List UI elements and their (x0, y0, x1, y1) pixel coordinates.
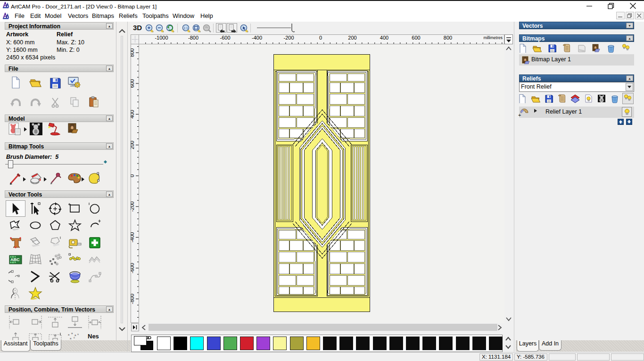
svg-text:Nes: Nes (88, 333, 99, 340)
svg-text:a: a (68, 333, 70, 336)
svg-text:400: 400 (380, 35, 388, 41)
svg-text:+: + (518, 112, 521, 117)
svg-text:0: 0 (131, 174, 135, 177)
svg-text:a: a (70, 337, 72, 340)
svg-text:a: a (71, 332, 73, 335)
svg-text:-1000: -1000 (155, 35, 168, 41)
svg-text:0: 0 (319, 35, 322, 41)
svg-text:800: 800 (131, 49, 135, 57)
svg-text:ting: ting (88, 340, 94, 340)
svg-text:-600: -600 (131, 263, 135, 273)
svg-text:-400: -400 (252, 35, 262, 41)
svg-text:800: 800 (444, 35, 452, 41)
svg-text:s: s (77, 333, 79, 336)
svg-text:600: 600 (412, 35, 420, 41)
svg-text:c: c (74, 336, 75, 339)
svg-text:200: 200 (131, 141, 135, 149)
svg-text:600: 600 (131, 79, 135, 88)
svg-text:millimetres: millimetres (483, 35, 503, 40)
svg-text:-200: -200 (283, 35, 294, 41)
svg-text:200: 200 (348, 35, 356, 41)
svg-text:-600: -600 (220, 35, 230, 41)
svg-text:-800: -800 (131, 294, 135, 304)
svg-text:-200: -200 (131, 201, 135, 212)
svg-text:1:1: 1:1 (183, 26, 188, 30)
svg-text:-400: -400 (131, 232, 135, 243)
svg-text:ABC: ABC (10, 257, 20, 262)
svg-text:400: 400 (131, 110, 135, 118)
svg-text:-800: -800 (188, 35, 198, 41)
